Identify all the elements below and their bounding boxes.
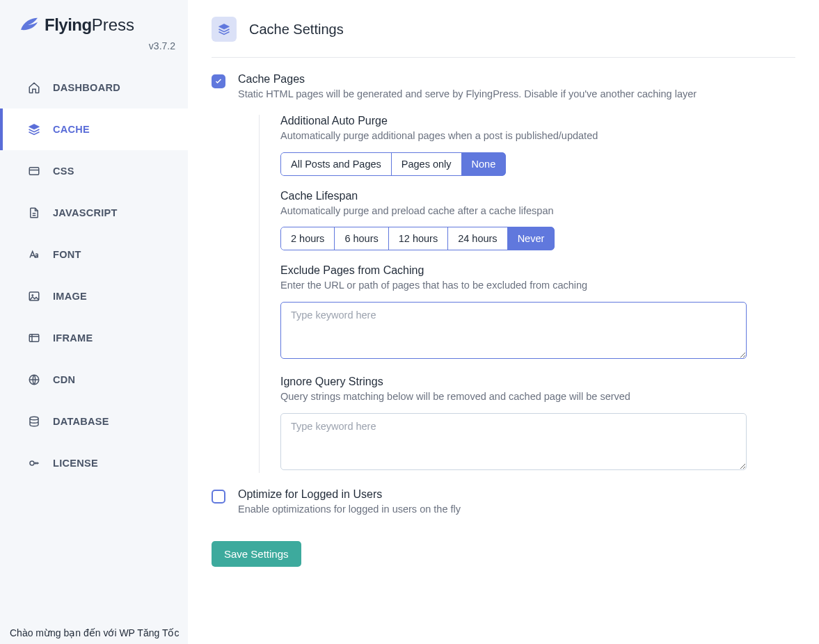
font-icon (28, 248, 40, 261)
exclude-title: Exclude Pages from Caching (280, 264, 795, 277)
auto-purge-segmented: All Posts and PagesPages onlyNone (280, 152, 506, 176)
exclude-block: Exclude Pages from Caching Enter the URL… (280, 264, 795, 362)
cache-sub-settings: Additional Auto Purge Automatically purg… (259, 115, 795, 473)
sidebar-item-label: IMAGE (53, 291, 87, 302)
setting-logged-in: Optimize for Logged in Users Enable opti… (212, 488, 795, 517)
sidebar-item-iframe[interactable]: IFRAME (0, 317, 188, 359)
save-button[interactable]: Save Settings (212, 541, 301, 567)
sidebar-item-cache[interactable]: CACHE (0, 108, 188, 150)
lifespan-title: Cache Lifespan (280, 190, 795, 202)
sidebar-item-font[interactable]: FONT (0, 234, 188, 275)
exclude-textarea[interactable] (280, 302, 747, 359)
check-icon (214, 77, 223, 86)
brand-logo: FlyingPress (0, 8, 188, 38)
nav: DASHBOARDCACHECSSJAVASCRIPTFONTIMAGEIFRA… (0, 67, 188, 484)
lifespan-block: Cache Lifespan Automatically purge and p… (280, 190, 795, 251)
logged-in-title: Optimize for Logged in Users (238, 488, 795, 501)
sidebar-item-label: DASHBOARD (53, 82, 120, 93)
footer-text: Chào mừng bạn đến với WP Tăng Tốc (0, 622, 189, 644)
cache-pages-title: Cache Pages (238, 73, 795, 86)
page-title: Cache Settings (249, 22, 344, 38)
auto-purge-option[interactable]: Pages only (391, 152, 462, 176)
version-text: v3.7.2 (0, 38, 188, 67)
ignore-qs-title: Ignore Query Strings (280, 376, 795, 388)
auto-purge-option[interactable]: All Posts and Pages (280, 152, 392, 176)
sidebar-item-dashboard[interactable]: DASHBOARD (0, 67, 188, 108)
image-icon (28, 290, 40, 303)
frame-icon (28, 332, 40, 344)
sidebar-item-database[interactable]: DATABASE (0, 401, 188, 442)
brand-light: Press (92, 15, 134, 34)
lifespan-desc: Automatically purge and preload cache af… (280, 204, 795, 219)
exclude-desc: Enter the URL or path of pages that has … (280, 278, 795, 293)
sidebar-item-css[interactable]: CSS (0, 150, 188, 192)
ignore-qs-textarea[interactable] (280, 413, 747, 470)
layers-icon (28, 123, 40, 136)
sidebar-item-label: CACHE (53, 124, 90, 135)
home-icon (28, 81, 40, 94)
sidebar-item-javascript[interactable]: JAVASCRIPT (0, 192, 188, 234)
brand-bold: Flying (45, 15, 92, 34)
cache-pages-checkbox[interactable] (212, 74, 225, 88)
auto-purge-block: Additional Auto Purge Automatically purg… (280, 115, 795, 176)
card-icon (28, 165, 40, 177)
ignore-qs-desc: Query strings matching below will be rem… (280, 389, 795, 405)
sidebar-item-label: DATABASE (53, 416, 109, 427)
sidebar-item-label: LICENSE (53, 458, 98, 469)
lifespan-option[interactable]: 12 hours (388, 227, 448, 250)
sidebar-item-label: FONT (53, 249, 81, 260)
layers-icon (218, 23, 230, 35)
sidebar-item-label: CSS (53, 166, 74, 177)
auto-purge-title: Additional Auto Purge (280, 115, 795, 127)
sidebar-item-label: CDN (53, 374, 75, 385)
ignore-qs-block: Ignore Query Strings Query strings match… (280, 376, 795, 473)
lifespan-option[interactable]: 2 hours (280, 227, 335, 250)
logged-in-desc: Enable optimizations for logged in users… (238, 502, 795, 517)
auto-purge-desc: Automatically purge additional pages whe… (280, 129, 795, 144)
sidebar-item-image[interactable]: IMAGE (0, 275, 188, 317)
sidebar-item-license[interactable]: LICENSE (0, 442, 188, 484)
page-header: Cache Settings (212, 17, 795, 58)
sidebar-item-cdn[interactable]: CDN (0, 359, 188, 401)
setting-cache-pages: Cache Pages Static HTML pages will be ge… (212, 73, 795, 102)
page-header-icon (212, 17, 237, 42)
lifespan-option[interactable]: 6 hours (334, 227, 388, 250)
lifespan-option[interactable]: Never (507, 227, 555, 250)
cache-pages-desc: Static HTML pages will be generated and … (238, 87, 795, 102)
key-icon (28, 457, 40, 469)
lifespan-segmented: 2 hours6 hours12 hours24 hoursNever (280, 227, 555, 250)
auto-purge-option[interactable]: None (461, 152, 507, 176)
file-icon (28, 207, 40, 219)
lifespan-option[interactable]: 24 hours (447, 227, 507, 250)
sidebar-item-label: IFRAME (53, 332, 93, 344)
sidebar-item-label: JAVASCRIPT (53, 207, 118, 218)
globe-icon (28, 373, 40, 386)
logged-in-checkbox[interactable] (212, 490, 225, 504)
database-icon (28, 415, 40, 428)
sidebar: FlyingPress v3.7.2 DASHBOARDCACHECSSJAVA… (0, 0, 188, 644)
brand-wing-icon (19, 17, 39, 33)
main-content: Cache Settings Cache Pages Static HTML p… (188, 0, 819, 644)
